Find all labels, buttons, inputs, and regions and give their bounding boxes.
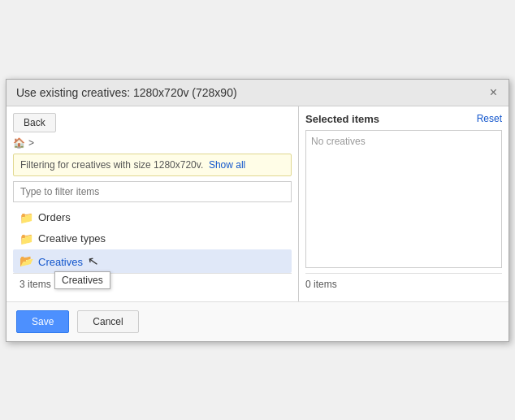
tree-item-creatives[interactable]: 📂 Creatives ↖ Creatives (13, 249, 292, 273)
save-button[interactable]: Save (16, 310, 69, 333)
tree-item-orders[interactable]: 📁 Orders (13, 207, 292, 228)
filter-banner-text: Filtering for creatives with size 1280x7… (20, 159, 203, 171)
cancel-button[interactable]: Cancel (77, 310, 138, 333)
cursor-icon: ↖ (86, 253, 99, 270)
dialog: Use existing creatives: 1280x720v (728x9… (6, 79, 509, 342)
titlebar: Use existing creatives: 1280x720v (728x9… (6, 80, 509, 106)
selected-title: Selected items (305, 113, 379, 125)
no-creatives-text: No creatives (311, 136, 366, 147)
tree-item-label: Orders (38, 211, 71, 223)
close-button[interactable]: × (488, 86, 499, 99)
home-icon[interactable]: 🏠 (13, 137, 25, 149)
tree-list: 📁 Orders 📁 Creative types 📂 Creatives ↖ … (13, 207, 292, 273)
dialog-title: Use existing creatives: 1280x720v (728x9… (16, 86, 237, 99)
reset-button[interactable]: Reset (477, 113, 502, 124)
selected-header: Selected items Reset (305, 113, 502, 125)
open-folder-icon: 📂 (19, 254, 33, 267)
creatives-tooltip-container: Creatives ↖ Creatives (38, 253, 98, 269)
folder-icon: 📁 (19, 232, 33, 245)
filter-banner: Filtering for creatives with size 1280x7… (13, 154, 292, 176)
left-panel: Back 🏠 > Filtering for creatives with si… (6, 106, 299, 301)
creatives-link[interactable]: Creatives (38, 256, 83, 268)
dialog-footer: Save Cancel (6, 301, 509, 341)
tooltip-text: Creatives (62, 275, 103, 286)
filter-input[interactable] (13, 181, 292, 202)
selected-box: No creatives (305, 130, 502, 268)
tree-item-label: Creative types (38, 232, 106, 245)
tree-item-creative-types[interactable]: 📁 Creative types (13, 228, 292, 249)
dialog-body: Back 🏠 > Filtering for creatives with si… (6, 106, 509, 301)
breadcrumb-separator: > (28, 137, 34, 149)
show-all-link[interactable]: Show all (209, 159, 245, 171)
folder-icon: 📁 (19, 211, 33, 224)
breadcrumb: 🏠 > (13, 137, 292, 149)
back-button[interactable]: Back (13, 113, 56, 132)
tooltip-box: Creatives (54, 271, 110, 289)
right-panel: Selected items Reset No creatives 0 item… (299, 106, 509, 301)
right-items-count: 0 items (305, 273, 502, 295)
